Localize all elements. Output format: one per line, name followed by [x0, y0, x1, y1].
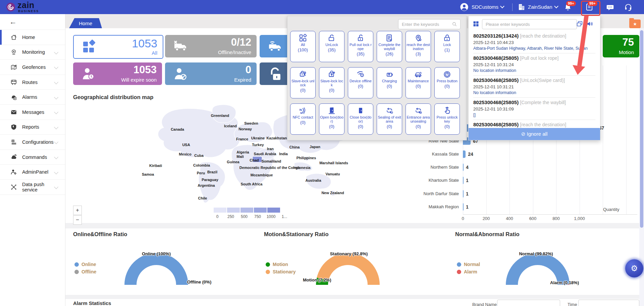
filter-grid: All (100) UnLock (35) Pull out lock rope…	[290, 31, 464, 135]
filter-search-input[interactable]	[401, 21, 451, 27]
map-country-label: Canada	[171, 127, 184, 131]
stat-card-will-expire[interactable]: 1053 Will expire soon	[73, 62, 162, 85]
legend-motion-stationary: Motion Stationary	[266, 261, 296, 275]
user-avatar[interactable]	[460, 2, 469, 12]
filter-card-all[interactable]: All (100)	[290, 31, 316, 62]
filter-card-nfc-contact[interactable]: NNFC NFC contact (0)	[290, 103, 316, 135]
event-filter-panel: All (100) UnLock (35) Pull out lock rope…	[287, 16, 467, 140]
filter-search-box[interactable]	[398, 19, 461, 29]
stat-value: 0	[246, 64, 251, 76]
sidebar-item-adminpanel[interactable]: AdminPanel	[0, 165, 65, 180]
stat-card-motion[interactable]: 75 Motion	[603, 35, 639, 57]
brand-filter-select[interactable]	[497, 300, 560, 306]
stat-card-all[interactable]: 1053 All	[73, 35, 163, 59]
notification-item[interactable]: 8025300468(25805) [UnLock(Swipe card)]20…	[473, 77, 595, 95]
legend-online-offline: Online Offline	[74, 261, 96, 275]
map-title: Geographical distribution map	[73, 94, 153, 100]
filter-card-device-offline[interactable]: Device offline (0)	[348, 67, 373, 98]
map-country-label: Norway	[238, 127, 252, 131]
filter-card-maintenance[interactable]: Maintenance (0)	[406, 67, 431, 98]
sidebar-item-home[interactable]: Home	[0, 30, 65, 45]
filter-card-label: Open box(door)	[319, 115, 344, 123]
search-icon[interactable]	[451, 21, 458, 27]
filter-card-sealing-of-exit-area[interactable]: Sealing of exit area (0)	[377, 103, 402, 135]
headset-support-icon[interactable]	[624, 3, 633, 11]
notification-time: 2025-12-01 10:31:21	[473, 84, 595, 89]
bar-Makkah Region[interactable]	[463, 203, 464, 211]
stat-card-offline-inactive[interactable]: 0/12 Offline/Inactive	[165, 35, 257, 57]
settings-float-button[interactable]: ⚙	[625, 259, 644, 278]
sidebar-item-monitoring[interactable]: Monitoring	[0, 45, 65, 60]
filter-card-complete-the-waybill[interactable]: Complete the waybill (26)	[377, 31, 402, 62]
map-legend-segment	[267, 208, 280, 213]
sidebar-item-data-push-service[interactable]: Data push service	[0, 180, 65, 195]
map-country-label: China	[289, 145, 300, 149]
filter-card-slave-lock-lock[interactable]: Slave-lock lock (0)	[319, 67, 344, 98]
bar-Northern State[interactable]	[463, 164, 464, 171]
zain-logo-icon[interactable]	[5, 2, 16, 12]
filter-card-close-box-door-[interactable]: Close box(door) (0)	[348, 103, 373, 135]
tab-home[interactable]: Home	[69, 18, 102, 28]
sidebar-item-reports[interactable]: Reports	[0, 120, 65, 135]
filter-card-lock[interactable]: Lock (1)	[434, 31, 460, 62]
sidebar-item-messages[interactable]: Messages	[0, 105, 65, 120]
collapse-sidebar-arrow-icon[interactable]: ←	[9, 17, 17, 26]
notif-search-input[interactable]	[485, 21, 574, 27]
legend-item-alarm[interactable]: Alarm	[457, 268, 480, 275]
sidebar-item-routes[interactable]: Routes	[0, 75, 65, 90]
notification-item[interactable]: 8025203126(13424) [reach the destination…	[473, 33, 595, 51]
filter-card-press-button[interactable]: Press button (0)	[434, 67, 460, 98]
sidebar-item-commands[interactable]: Commands	[0, 150, 65, 165]
legend-item-motion[interactable]: Motion	[266, 261, 296, 268]
user-menu[interactable]: SDCustoms	[472, 4, 504, 10]
legend-item-normal[interactable]: Normal	[457, 261, 480, 268]
bar-Kassala State[interactable]	[463, 150, 466, 158]
org-menu[interactable]: ZainSudan	[528, 4, 558, 10]
filter-card-count: (0)	[444, 124, 450, 129]
sidebar-item-alarms[interactable]: Alarms	[0, 90, 65, 105]
gauge-title-online-offline: Online&Offline Ratio	[73, 231, 127, 237]
filter-card-reach-the-destination[interactable]: reach the destination (3)	[406, 31, 431, 62]
scrollbar-thumb[interactable]	[640, 30, 643, 228]
bar-Khartoum State[interactable]	[463, 177, 464, 184]
map-zoom-in-button[interactable]: +	[73, 206, 82, 215]
sidebar-item-geofences[interactable]: Geofences	[0, 60, 65, 75]
filter-card-pull-out-lock-rope[interactable]: Pull out lock rope (35)	[348, 31, 373, 62]
filter-card-charging[interactable]: Charging (0)	[377, 67, 402, 98]
notification-location-link[interactable]: No location information	[473, 90, 595, 95]
charging-icon	[385, 70, 394, 79]
notifications-panel: 8025203126(13424) [reach the destination…	[468, 16, 600, 140]
legend-item-stationary[interactable]: Stationary	[266, 268, 296, 275]
notification-location-link[interactable]: Atbara-Port Sudan Highway, Atbarah, Rive…	[473, 46, 595, 51]
filter-card-entrance-area-unsealing[interactable]: Entrance area unsealing (0)	[406, 103, 431, 135]
notification-item[interactable]: 8025300468(25805) [Complete the waybill]…	[473, 99, 595, 117]
legend-item-online[interactable]: Online	[74, 261, 96, 268]
ignore-all-button[interactable]: ⊘ Ignore all	[469, 128, 600, 140]
notif-search-box[interactable]	[482, 19, 577, 29]
maintenance-icon	[414, 70, 423, 79]
bar-North Darfur State[interactable]	[463, 190, 464, 198]
legend-item-offline[interactable]: Offline	[74, 268, 96, 275]
sidebar-item-configurations[interactable]: Configurations	[0, 135, 65, 150]
stat-card-expired[interactable]: 0 Expired	[165, 62, 257, 85]
filter-card-label: reach the destination	[406, 43, 431, 51]
map-country-label: Turkey	[252, 143, 264, 147]
sidebar-item-label: Home	[22, 35, 65, 40]
org-name: ZainSudan	[528, 4, 552, 10]
map-zoom-out-button[interactable]: −	[73, 215, 82, 225]
time-filter-select[interactable]	[578, 300, 639, 306]
open-in-window-icon[interactable]	[576, 20, 583, 28]
legend-label: Online	[82, 262, 96, 267]
filter-card-slave-lock-unlock[interactable]: Slave-lock unlock (0)	[290, 67, 316, 98]
map-country-label: Mexico	[179, 152, 191, 156]
filter-card-unlock[interactable]: UnLock (35)	[319, 31, 344, 62]
filter-card-open-box-door-[interactable]: Open box(door) (0)	[319, 103, 344, 135]
favorites-folder-icon[interactable]: ★	[629, 19, 641, 28]
filter-card-press-unlock-key[interactable]: Press unlock key (0)	[434, 103, 460, 135]
grid-view-icon[interactable]	[473, 20, 479, 27]
chat-icon[interactable]	[606, 3, 614, 12]
organization-icon[interactable]	[517, 3, 526, 11]
section-gap	[65, 223, 644, 228]
notification-item[interactable]: 8025300468(25805) [reach the destination…	[473, 122, 595, 127]
notification-location-link[interactable]: []	[473, 113, 595, 117]
